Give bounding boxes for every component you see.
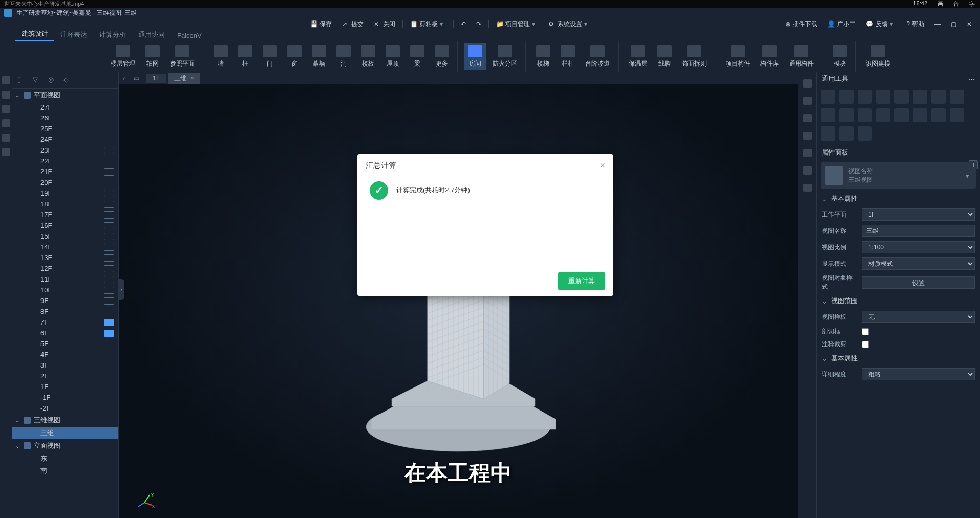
ribbon-btn-防火分区[interactable]: 防火分区 <box>488 43 521 70</box>
ribbon-btn-模块[interactable]: 模块 <box>828 43 851 70</box>
floor-visibility-icon[interactable] <box>104 233 114 240</box>
ribbon-btn-屋顶[interactable]: 屋顶 <box>381 43 404 70</box>
floor-visibility-icon[interactable] <box>104 265 114 272</box>
ribbon-btn-参照平面[interactable]: 参照平面 <box>166 43 199 70</box>
ribbon-btn-房间[interactable]: 房间 <box>464 43 486 70</box>
floor-item-12F[interactable]: 12F <box>12 263 118 274</box>
tool-copy-icon[interactable] <box>839 90 854 104</box>
tool-flip-icon[interactable] <box>894 108 909 122</box>
tool-select-icon[interactable] <box>858 126 872 141</box>
threed-view-item[interactable]: 三维 <box>12 427 118 439</box>
floor-visibility-icon[interactable] <box>104 201 114 208</box>
ribbon-btn-更多[interactable]: 更多 <box>431 43 453 70</box>
section-viewrange[interactable]: ⌄视图范围 <box>817 293 980 309</box>
save-button[interactable]: 💾保存 <box>307 20 335 29</box>
workplane-select[interactable]: 1F <box>862 208 975 221</box>
floor-item-17F[interactable]: 17F <box>12 209 118 220</box>
tool-offset-icon[interactable] <box>931 90 946 104</box>
floor-visibility-icon[interactable] <box>104 168 114 176</box>
tool-array-icon[interactable] <box>913 90 927 104</box>
floor-item-3F[interactable]: 3F <box>12 360 118 371</box>
ribbon-btn-柱[interactable]: 柱 <box>234 43 257 70</box>
tool-explode-icon[interactable] <box>839 126 854 141</box>
floor-item-11F[interactable]: 11F <box>12 274 118 285</box>
floor-item-10F[interactable]: 10F <box>12 285 118 295</box>
ribbon-btn-构件库[interactable]: 构件库 <box>756 43 783 70</box>
ribbon-tab-3[interactable]: 通用协同 <box>132 29 171 41</box>
floor-visibility-icon[interactable] <box>104 190 114 197</box>
canvas-3d[interactable]: ‹ <box>119 84 798 518</box>
tool-paint-icon[interactable] <box>931 108 946 122</box>
section-basic-2[interactable]: ⌄基本属性 <box>817 351 980 366</box>
tool-extend-icon[interactable] <box>821 108 835 122</box>
ribbon-btn-轴网[interactable]: 轴网 <box>141 43 164 70</box>
section-basic-1[interactable]: ⌄基本属性 <box>817 191 980 206</box>
floor-item-14F[interactable]: 14F <box>12 242 118 252</box>
tab-close-icon[interactable]: × <box>190 75 194 82</box>
ribbon-btn-栏杆[interactable]: 栏杆 <box>557 43 579 70</box>
rr-icon-4[interactable] <box>803 132 812 140</box>
floor-item-22F[interactable]: 22F <box>12 156 118 166</box>
viewname-input[interactable] <box>862 225 975 237</box>
floor-item-7F[interactable]: 7F <box>12 317 118 328</box>
ribbon-btn-保温层[interactable]: 保温层 <box>625 43 651 70</box>
panel-menu-icon[interactable]: ⋯ <box>968 75 975 83</box>
tool-move-icon[interactable] <box>821 90 835 104</box>
floor-visibility-icon[interactable] <box>104 147 114 154</box>
floor-item-9F[interactable]: 9F <box>12 295 118 306</box>
ribbon-btn-墙[interactable]: 墙 <box>209 43 232 70</box>
floor-visibility-icon[interactable] <box>104 276 114 283</box>
tool-join-icon[interactable] <box>858 108 872 122</box>
window-close-button[interactable]: ✕ <box>964 20 975 28</box>
ribbon-btn-饰面拆则[interactable]: 饰面拆则 <box>678 43 711 70</box>
ribbon-btn-楼板[interactable]: 楼板 <box>357 43 379 70</box>
submit-button[interactable]: ↗提交 <box>339 20 367 29</box>
floor-item-21F[interactable]: 21F <box>12 166 118 177</box>
viewport-tab-1F[interactable]: 1F <box>146 74 166 83</box>
tree-locate-icon[interactable]: ◎ <box>48 76 57 85</box>
floor-item-27F[interactable]: 27F <box>12 102 118 113</box>
tool-align-icon[interactable] <box>876 90 890 104</box>
axis-gizmo[interactable]: Y X <box>134 487 155 508</box>
ribbon-btn-门[interactable]: 门 <box>259 43 281 70</box>
tree-header[interactable]: ⌄三维视图 <box>12 414 118 427</box>
tool-measure-icon[interactable] <box>876 108 890 122</box>
rr-icon-1[interactable] <box>803 79 812 88</box>
ribbon-btn-识图建模[interactable]: 识图建模 <box>862 43 894 70</box>
ribbon-btn-项目构件[interactable]: 项目构件 <box>721 43 754 70</box>
ribbon-btn-楼梯[interactable]: 楼梯 <box>532 43 555 70</box>
clipboard-button[interactable]: 📋剪粘板▾ <box>407 20 449 29</box>
ribbon-btn-通用构件[interactable]: 通用构件 <box>785 43 818 70</box>
detail-select[interactable]: 粗略 <box>862 368 975 380</box>
maximize-button[interactable]: ▢ <box>948 20 960 28</box>
ribbon-tab-0[interactable]: 建筑设计 <box>15 28 54 41</box>
floor-visibility-icon[interactable] <box>104 319 114 326</box>
rr-icon-7[interactable] <box>803 184 812 192</box>
floor-item-18F[interactable]: 18F <box>12 199 118 209</box>
template-select[interactable]: 无 <box>862 311 975 323</box>
floor-visibility-icon[interactable] <box>104 330 114 337</box>
floor-item-16F[interactable]: 16F <box>12 220 118 231</box>
tool-mirror-icon[interactable] <box>894 90 909 104</box>
floor-item--1F[interactable]: -1F <box>12 392 118 403</box>
ribbon-btn-线脚[interactable]: 线脚 <box>653 43 676 70</box>
system-settings-button[interactable]: ⚙系统设置▾ <box>545 20 593 29</box>
tb-r1[interactable]: 画 <box>938 0 943 8</box>
rail-icon-2[interactable] <box>2 91 10 99</box>
floor-item-24F[interactable]: 24F <box>12 134 118 145</box>
tree-header[interactable]: ⌄立面视图 <box>12 439 118 452</box>
floor-item-15F[interactable]: 15F <box>12 231 118 242</box>
floor-visibility-icon[interactable] <box>104 297 114 305</box>
tree-layout-icon[interactable]: ▯ <box>17 76 27 85</box>
dispmode-select[interactable]: 材质模式 <box>862 257 975 270</box>
tb-r3[interactable]: 字 <box>969 0 975 8</box>
ribbon-btn-窗[interactable]: 窗 <box>283 43 306 70</box>
rr-icon-6[interactable] <box>803 166 812 175</box>
tool-trim-icon[interactable] <box>950 90 964 104</box>
rail-icon-1[interactable] <box>2 76 10 84</box>
floor-visibility-icon[interactable] <box>104 244 114 251</box>
plugin-download-button[interactable]: ⊕插件下载 <box>782 20 820 29</box>
floor-item-25F[interactable]: 25F <box>12 123 118 134</box>
vp-home-icon[interactable]: ⌂ <box>123 75 126 82</box>
panel-collapse-button[interactable]: ‹ <box>118 279 124 300</box>
